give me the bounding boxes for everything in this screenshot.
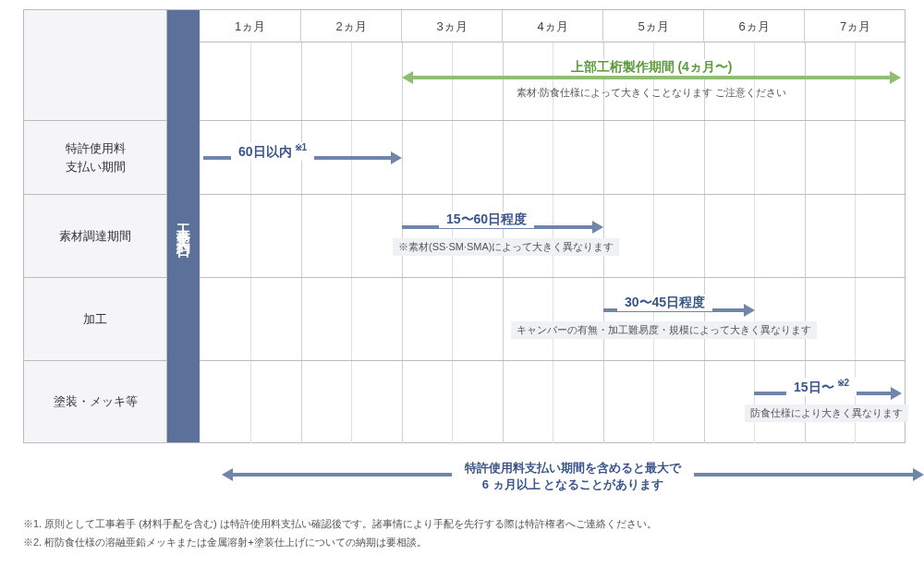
- row3-label: 加工: [24, 278, 167, 360]
- arrow-r3: 30〜45日程度 キャンバーの有無・加工難易度・規模によって大きく異なります: [603, 301, 755, 320]
- row-processing: 加工: [24, 278, 905, 361]
- contract-day-column: 工事契約日: [167, 10, 200, 442]
- row0-label: [24, 42, 167, 120]
- arrow-r4-sup: ※2: [837, 378, 850, 388]
- row1-label: 特許使用料 支払い期間: [24, 121, 167, 194]
- arrow-r3-label: 30〜45日程度: [617, 295, 712, 311]
- arrow-r1: 60日以内※1: [203, 149, 402, 167]
- arrow-r4-sub: 防食仕様により大きく異なります: [745, 404, 908, 422]
- footnote-2: ※2. 桁防食仕様の溶融亜鉛メッキまたは金属溶射+塗装仕上げについての納期は要相…: [23, 534, 657, 552]
- arrow-top-sub: 素材·防食仕様によって大きくことなります ご注意ください: [511, 84, 792, 102]
- month-7: 7ヵ月: [805, 10, 906, 42]
- row1-label-l1: 特許使用料: [66, 139, 126, 158]
- chart-grid: 1ヵ月 2ヵ月 3ヵ月 4ヵ月 5ヵ月 6ヵ月 7ヵ月 工事契約日: [23, 9, 906, 443]
- arrow-r1-sup: ※1: [295, 142, 308, 152]
- row-material: 素材調達期間: [24, 195, 905, 278]
- footnote-1: ※1. 原則として工事着手 (材料手配を含む) は特許使用料支払い確認後です。諸…: [23, 515, 657, 534]
- gantt-chart: 1ヵ月 2ヵ月 3ヵ月 4ヵ月 5ヵ月 6ヵ月 7ヵ月 工事契約日: [23, 9, 906, 443]
- summary-text: 特許使用料支払い期間を含めると最大で 6 ヵ月以上 となることがあります: [452, 460, 694, 493]
- month-2: 2ヵ月: [301, 10, 402, 42]
- arrow-top-green: 上部工桁製作期間 (4ヵ月〜) 素材·防食仕様によって大きくことなります ご注意…: [402, 64, 901, 91]
- arrow-r3-sub: キャンバーの有無・加工難易度・規模によって大きく異なります: [511, 321, 817, 339]
- month-1: 1ヵ月: [200, 10, 301, 42]
- month-4: 4ヵ月: [503, 10, 603, 42]
- footnotes: ※1. 原則として工事着手 (材料手配を含む) は特許使用料支払い確認後です。諸…: [23, 515, 657, 552]
- header-row: 1ヵ月 2ヵ月 3ヵ月 4ヵ月 5ヵ月 6ヵ月 7ヵ月: [24, 10, 905, 42]
- arrow-r2-sub: ※素材(SS·SM·SMA)によって大きく異なります: [393, 238, 619, 256]
- row4-label: 塗装・メッキ等: [24, 361, 167, 442]
- arrow-r2-label: 15〜60日程度: [439, 211, 534, 228]
- arrow-r4: 15日〜※2 防食仕様により大きく異なります: [754, 384, 902, 403]
- row-patent: 特許使用料 支払い期間: [24, 121, 905, 195]
- arrow-r1-label: 60日以内※1: [231, 142, 314, 161]
- month-5: 5ヵ月: [603, 10, 704, 42]
- arrow-r4-label: 15日〜※2: [786, 378, 857, 396]
- header-label-blank: [24, 10, 167, 42]
- contract-day-label: 工事契約日: [175, 212, 192, 240]
- month-6: 6ヵ月: [704, 10, 805, 42]
- summary-arrow: 特許使用料支払い期間を含めると最大で 6 ヵ月以上 となることがあります: [222, 456, 924, 493]
- arrow-top-label: 上部工桁製作期間 (4ヵ月〜): [562, 59, 742, 76]
- row1-label-l2: 支払い期間: [66, 158, 126, 176]
- arrow-r2: 15〜60日程度 ※素材(SS·SM·SMA)によって大きく異なります: [402, 218, 603, 236]
- row2-label: 素材調達期間: [24, 195, 167, 277]
- month-3: 3ヵ月: [402, 10, 503, 42]
